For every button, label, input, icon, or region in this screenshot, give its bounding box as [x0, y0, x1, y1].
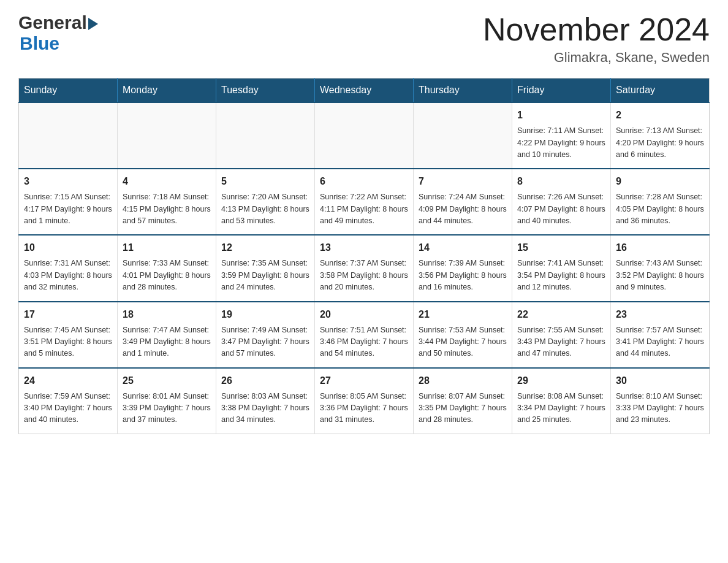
- weekday-header-row: SundayMondayTuesdayWednesdayThursdayFrid…: [19, 79, 710, 103]
- day-info: Sunrise: 7:13 AM Sunset: 4:20 PM Dayligh…: [616, 125, 704, 161]
- calendar-week-row: 17Sunrise: 7:45 AM Sunset: 3:51 PM Dayli…: [19, 302, 710, 368]
- calendar-day-cell: 13Sunrise: 7:37 AM Sunset: 3:58 PM Dayli…: [315, 235, 414, 301]
- calendar-day-cell: 11Sunrise: 7:33 AM Sunset: 4:01 PM Dayli…: [118, 235, 216, 301]
- day-info: Sunrise: 7:20 AM Sunset: 4:13 PM Dayligh…: [221, 191, 309, 227]
- day-info: Sunrise: 8:05 AM Sunset: 3:36 PM Dayligh…: [320, 391, 408, 426]
- day-info: Sunrise: 7:51 AM Sunset: 3:46 PM Dayligh…: [320, 324, 408, 360]
- day-info: Sunrise: 7:15 AM Sunset: 4:17 PM Dayligh…: [24, 191, 112, 227]
- day-info: Sunrise: 8:07 AM Sunset: 3:35 PM Dayligh…: [419, 391, 507, 426]
- day-info: Sunrise: 7:59 AM Sunset: 3:40 PM Dayligh…: [24, 391, 112, 426]
- day-number: 30: [616, 373, 704, 388]
- day-info: Sunrise: 7:24 AM Sunset: 4:09 PM Dayligh…: [419, 191, 507, 227]
- calendar-day-cell: 9Sunrise: 7:28 AM Sunset: 4:05 PM Daylig…: [611, 169, 710, 235]
- day-number: 14: [419, 240, 507, 255]
- calendar-body: 1Sunrise: 7:11 AM Sunset: 4:22 PM Daylig…: [19, 102, 710, 434]
- day-info: Sunrise: 7:43 AM Sunset: 3:52 PM Dayligh…: [616, 258, 704, 293]
- day-number: 1: [517, 108, 605, 123]
- calendar-day-cell: 22Sunrise: 7:55 AM Sunset: 3:43 PM Dayli…: [512, 302, 611, 368]
- weekday-header-tuesday: Tuesday: [216, 79, 315, 103]
- calendar-day-cell: 29Sunrise: 8:08 AM Sunset: 3:34 PM Dayli…: [512, 368, 611, 434]
- weekday-header-friday: Friday: [512, 79, 611, 103]
- weekday-header-sunday: Sunday: [19, 79, 118, 103]
- day-info: Sunrise: 7:26 AM Sunset: 4:07 PM Dayligh…: [517, 191, 605, 227]
- calendar-table: SundayMondayTuesdayWednesdayThursdayFrid…: [18, 78, 710, 434]
- calendar-week-row: 3Sunrise: 7:15 AM Sunset: 4:17 PM Daylig…: [19, 169, 710, 235]
- weekday-header-monday: Monday: [118, 79, 216, 103]
- logo: General Blue: [18, 12, 98, 54]
- day-number: 20: [320, 307, 408, 322]
- day-info: Sunrise: 8:01 AM Sunset: 3:39 PM Dayligh…: [123, 391, 211, 426]
- calendar-day-cell: 1Sunrise: 7:11 AM Sunset: 4:22 PM Daylig…: [512, 102, 611, 169]
- calendar-day-cell: [315, 102, 414, 169]
- day-number: 13: [320, 240, 408, 255]
- day-number: 29: [517, 373, 605, 388]
- calendar-day-cell: [19, 102, 118, 169]
- calendar-day-cell: 4Sunrise: 7:18 AM Sunset: 4:15 PM Daylig…: [118, 169, 216, 235]
- calendar-week-row: 10Sunrise: 7:31 AM Sunset: 4:03 PM Dayli…: [19, 235, 710, 301]
- day-number: 16: [616, 240, 704, 255]
- calendar-header: SundayMondayTuesdayWednesdayThursdayFrid…: [19, 79, 710, 103]
- day-info: Sunrise: 7:47 AM Sunset: 3:49 PM Dayligh…: [123, 324, 211, 360]
- day-info: Sunrise: 7:55 AM Sunset: 3:43 PM Dayligh…: [517, 324, 605, 360]
- calendar-day-cell: 25Sunrise: 8:01 AM Sunset: 3:39 PM Dayli…: [118, 368, 216, 434]
- calendar-day-cell: 17Sunrise: 7:45 AM Sunset: 3:51 PM Dayli…: [19, 302, 118, 368]
- day-number: 4: [123, 174, 211, 189]
- page-header: General Blue November 2024 Glimakra, Ska…: [18, 12, 710, 66]
- calendar-day-cell: 27Sunrise: 8:05 AM Sunset: 3:36 PM Dayli…: [315, 368, 414, 434]
- calendar-day-cell: 16Sunrise: 7:43 AM Sunset: 3:52 PM Dayli…: [611, 235, 710, 301]
- calendar-week-row: 1Sunrise: 7:11 AM Sunset: 4:22 PM Daylig…: [19, 102, 710, 169]
- calendar-day-cell: 19Sunrise: 7:49 AM Sunset: 3:47 PM Dayli…: [216, 302, 315, 368]
- weekday-header-saturday: Saturday: [611, 79, 710, 103]
- calendar-day-cell: 26Sunrise: 8:03 AM Sunset: 3:38 PM Dayli…: [216, 368, 315, 434]
- day-info: Sunrise: 7:49 AM Sunset: 3:47 PM Dayligh…: [221, 324, 309, 360]
- day-info: Sunrise: 7:39 AM Sunset: 3:56 PM Dayligh…: [419, 258, 507, 293]
- day-number: 28: [419, 373, 507, 388]
- day-info: Sunrise: 7:18 AM Sunset: 4:15 PM Dayligh…: [123, 191, 211, 227]
- calendar-day-cell: [414, 102, 512, 169]
- calendar-day-cell: 8Sunrise: 7:26 AM Sunset: 4:07 PM Daylig…: [512, 169, 611, 235]
- day-number: 2: [616, 108, 704, 123]
- day-number: 17: [24, 307, 112, 322]
- day-number: 6: [320, 174, 408, 189]
- calendar-day-cell: 23Sunrise: 7:57 AM Sunset: 3:41 PM Dayli…: [611, 302, 710, 368]
- calendar-day-cell: 18Sunrise: 7:47 AM Sunset: 3:49 PM Dayli…: [118, 302, 216, 368]
- day-info: Sunrise: 8:03 AM Sunset: 3:38 PM Dayligh…: [221, 391, 309, 426]
- calendar-day-cell: 20Sunrise: 7:51 AM Sunset: 3:46 PM Dayli…: [315, 302, 414, 368]
- day-info: Sunrise: 7:41 AM Sunset: 3:54 PM Dayligh…: [517, 258, 605, 293]
- day-number: 23: [616, 307, 704, 322]
- day-info: Sunrise: 7:33 AM Sunset: 4:01 PM Dayligh…: [123, 258, 211, 293]
- calendar-day-cell: 7Sunrise: 7:24 AM Sunset: 4:09 PM Daylig…: [414, 169, 512, 235]
- calendar-day-cell: 2Sunrise: 7:13 AM Sunset: 4:20 PM Daylig…: [611, 102, 710, 169]
- calendar-day-cell: 14Sunrise: 7:39 AM Sunset: 3:56 PM Dayli…: [414, 235, 512, 301]
- calendar-day-cell: 10Sunrise: 7:31 AM Sunset: 4:03 PM Dayli…: [19, 235, 118, 301]
- day-number: 8: [517, 174, 605, 189]
- day-number: 10: [24, 240, 112, 255]
- calendar-day-cell: 15Sunrise: 7:41 AM Sunset: 3:54 PM Dayli…: [512, 235, 611, 301]
- weekday-header-wednesday: Wednesday: [315, 79, 414, 103]
- day-info: Sunrise: 7:22 AM Sunset: 4:11 PM Dayligh…: [320, 191, 408, 227]
- day-number: 21: [419, 307, 507, 322]
- logo-blue-text: Blue: [20, 33, 59, 54]
- day-info: Sunrise: 7:28 AM Sunset: 4:05 PM Dayligh…: [616, 191, 704, 227]
- day-number: 9: [616, 174, 704, 189]
- day-number: 22: [517, 307, 605, 322]
- calendar-day-cell: 12Sunrise: 7:35 AM Sunset: 3:59 PM Dayli…: [216, 235, 315, 301]
- month-title: November 2024: [483, 12, 710, 47]
- day-number: 19: [221, 307, 309, 322]
- calendar-day-cell: 6Sunrise: 7:22 AM Sunset: 4:11 PM Daylig…: [315, 169, 414, 235]
- day-number: 18: [123, 307, 211, 322]
- calendar-day-cell: 30Sunrise: 8:10 AM Sunset: 3:33 PM Dayli…: [611, 368, 710, 434]
- calendar-day-cell: 24Sunrise: 7:59 AM Sunset: 3:40 PM Dayli…: [19, 368, 118, 434]
- calendar-week-row: 24Sunrise: 7:59 AM Sunset: 3:40 PM Dayli…: [19, 368, 710, 434]
- day-info: Sunrise: 7:45 AM Sunset: 3:51 PM Dayligh…: [24, 324, 112, 360]
- day-number: 3: [24, 174, 112, 189]
- day-number: 27: [320, 373, 408, 388]
- day-number: 26: [221, 373, 309, 388]
- title-section: November 2024 Glimakra, Skane, Sweden: [483, 12, 710, 66]
- logo-triangle-icon: [88, 18, 98, 30]
- location-title: Glimakra, Skane, Sweden: [483, 50, 710, 66]
- day-number: 12: [221, 240, 309, 255]
- calendar-day-cell: [216, 102, 315, 169]
- day-number: 24: [24, 373, 112, 388]
- day-info: Sunrise: 7:31 AM Sunset: 4:03 PM Dayligh…: [24, 258, 112, 293]
